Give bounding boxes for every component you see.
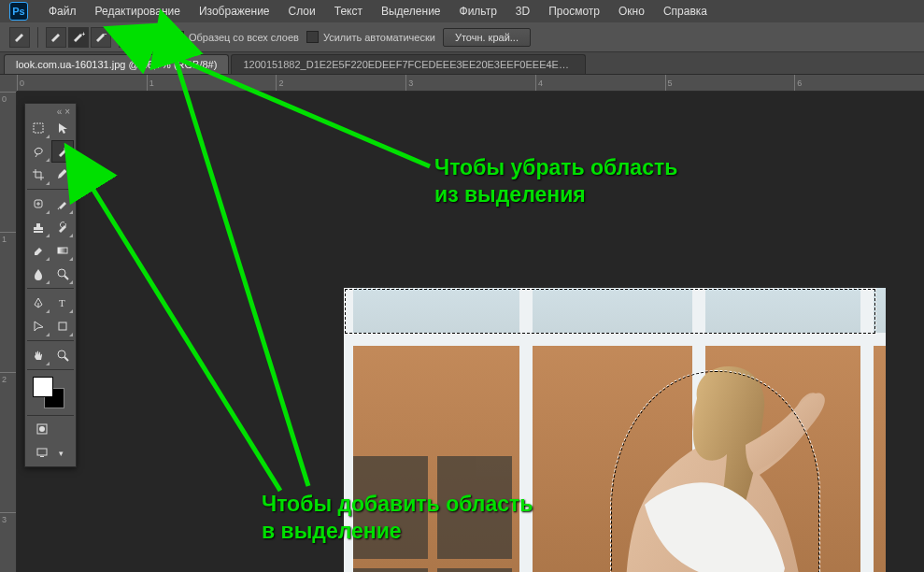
menu-window[interactable]: Окно: [609, 1, 654, 21]
sample-all-layers-label: Образец со всех слоев: [189, 32, 299, 43]
sample-all-layers-checkbox[interactable]: [172, 31, 184, 43]
tool-shape[interactable]: [51, 315, 75, 337]
tool-preset-icon[interactable]: [9, 27, 30, 48]
annotation-add: Чтобы добавить область в выделение: [262, 491, 533, 545]
svg-point-24: [58, 350, 65, 358]
svg-point-27: [39, 426, 45, 432]
tool-zoom[interactable]: [51, 344, 75, 366]
menu-view[interactable]: Просмотр: [539, 1, 609, 21]
tool-blur[interactable]: [27, 263, 50, 285]
svg-rect-29: [40, 456, 44, 457]
ruler-corner: [0, 75, 17, 92]
tool-quick-select[interactable]: [51, 140, 75, 163]
auto-enhance-checkbox[interactable]: [306, 31, 319, 43]
svg-rect-16: [34, 123, 43, 133]
menu-layers[interactable]: Слои: [279, 1, 325, 21]
annotation-subtract: Чтобы убрать область из выделения: [434, 154, 677, 208]
svg-rect-9: [353, 568, 428, 572]
svg-rect-19: [58, 248, 67, 253]
svg-point-20: [58, 269, 65, 277]
tool-marquee[interactable]: [27, 117, 50, 139]
add-to-selection-icon[interactable]: +: [68, 27, 89, 48]
options-bar: + − ▾ Образец со всех слоев Усилить авто…: [0, 22, 924, 52]
ruler-horizontal: 0 1 2 3 4 5 6: [17, 75, 924, 92]
document-tab-1[interactable]: look.com.ua-160131.jpg @ 66,7% (RGB/8#): [4, 54, 229, 74]
tools-panel: « × T ▾: [24, 103, 77, 467]
tool-lasso[interactable]: [27, 140, 50, 163]
menu-select[interactable]: Выделение: [372, 1, 450, 21]
svg-rect-23: [59, 322, 66, 330]
foreground-color-swatch[interactable]: [33, 377, 53, 397]
ruler-vertical: 0 1 2 3 4: [0, 92, 17, 572]
svg-text:−: −: [103, 31, 107, 38]
menu-edit[interactable]: Редактирование: [86, 1, 190, 21]
svg-line-25: [64, 357, 68, 361]
brush-picker[interactable]: ▾: [119, 27, 156, 48]
tool-stamp[interactable]: [27, 216, 50, 238]
tool-quickmask[interactable]: [27, 419, 74, 441]
tool-gradient[interactable]: [51, 239, 75, 262]
menu-bar: Ps Файл Редактирование Изображение Слои …: [0, 0, 924, 22]
svg-rect-28: [37, 449, 47, 455]
tool-healing[interactable]: [27, 193, 50, 215]
tool-dodge[interactable]: [51, 263, 75, 285]
document-tabs: look.com.ua-160131.jpg @ 66,7% (RGB/8#) …: [0, 52, 924, 75]
menu-image[interactable]: Изображение: [190, 1, 279, 21]
tool-pen[interactable]: [27, 292, 50, 314]
tool-crop[interactable]: [27, 164, 50, 186]
app-logo: Ps: [9, 2, 28, 21]
svg-point-17: [64, 147, 68, 150]
selection-marquee: [344, 288, 876, 335]
new-selection-icon[interactable]: [46, 27, 66, 48]
auto-enhance-label: Усилить автоматически: [323, 32, 435, 43]
svg-point-3: [133, 36, 135, 38]
tool-history-brush[interactable]: [51, 216, 75, 238]
tool-eraser[interactable]: [27, 239, 50, 262]
tool-eyedropper[interactable]: [51, 164, 75, 186]
subtract-from-selection-icon[interactable]: −: [91, 27, 111, 48]
document-tab-2[interactable]: 1200151882_D1E2E5F220EDEEF7FCEDEEE3EE20E…: [231, 54, 586, 74]
svg-rect-10: [437, 568, 512, 572]
tool-type[interactable]: T: [51, 292, 75, 314]
svg-text:T: T: [59, 297, 65, 308]
menu-help[interactable]: Справка: [654, 1, 717, 21]
color-swatches[interactable]: [27, 373, 74, 412]
menu-filter[interactable]: Фильтр: [450, 1, 506, 21]
menu-text[interactable]: Текст: [325, 1, 372, 21]
tool-brush[interactable]: [51, 193, 75, 215]
refine-edge-button[interactable]: Уточн. край...: [443, 28, 531, 47]
menu-3d[interactable]: 3D: [506, 1, 539, 21]
tools-panel-header[interactable]: « ×: [27, 106, 74, 117]
tool-move[interactable]: [51, 117, 75, 139]
tool-path-select[interactable]: [27, 315, 50, 337]
tool-screenmode[interactable]: ▾: [27, 442, 74, 465]
svg-line-21: [64, 276, 68, 279]
menu-file[interactable]: Файл: [39, 1, 86, 21]
svg-text:+: +: [81, 31, 85, 38]
tool-hand[interactable]: [27, 344, 50, 366]
